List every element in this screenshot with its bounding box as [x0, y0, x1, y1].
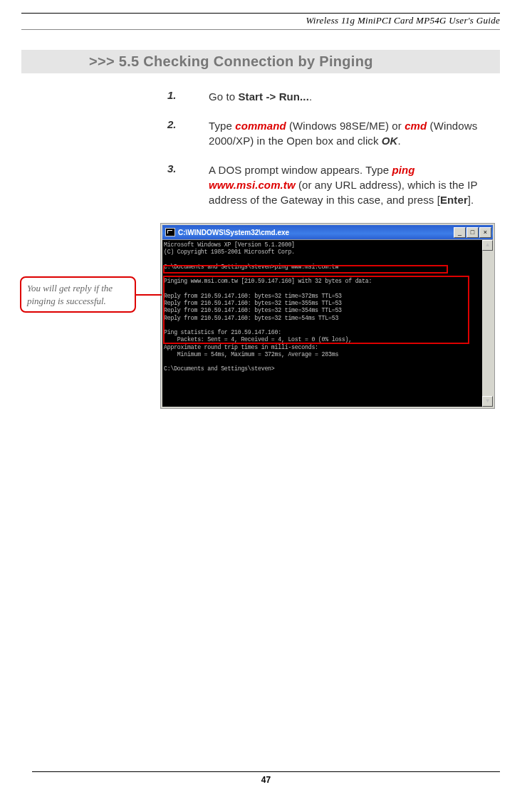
guide-title: Wireless 11g MiniPCI Card MP54G User's G…	[21, 15, 500, 30]
step-body-3: A DOS prompt window appears. Type ping w…	[209, 162, 500, 207]
titlebar-left: C:\WINDOWS\System32\cmd.exe	[165, 228, 289, 236]
cmd-titlebar: C:\WINDOWS\System32\cmd.exe _ □ ×	[162, 225, 493, 239]
step-num-3: 3.	[167, 162, 209, 207]
screenshot-wrap: You will get reply if the pinging is suc…	[160, 223, 500, 409]
section-prefix: >>> 5.5	[21, 53, 140, 69]
step2-ok: OK	[382, 135, 398, 147]
step3-t3: ].	[468, 194, 474, 206]
cmd-system-icon	[165, 228, 175, 236]
step-body-1: Go to Start -> Run....	[209, 89, 500, 104]
step-2: 2. Type command (Windows 98SE/ME) or cmd…	[167, 118, 500, 148]
callout-connector	[136, 294, 162, 296]
step2-red1: command	[235, 120, 286, 132]
step-body-2: Type command (Windows 98SE/ME) or cmd (W…	[209, 118, 500, 148]
section-heading: >>> 5.5 Checking Connection by Pinging	[21, 50, 500, 73]
steps-content: 1. Go to Start -> Run.... 2. Type comman…	[167, 89, 500, 207]
step3-t1: A DOS prompt window appears. Type	[209, 164, 392, 176]
step-3: 3. A DOS prompt window appears. Type pin…	[167, 162, 500, 207]
callout-box: You will get reply if the pinging is suc…	[20, 276, 136, 313]
scroll-up-icon[interactable]: ▲	[482, 240, 493, 251]
cmd-output-text: Microsoft Windows XP [Version 5.1.2600] …	[164, 241, 481, 405]
close-button[interactable]: ×	[479, 227, 491, 238]
step-num-2: 2.	[167, 118, 209, 148]
step1-text2: .	[309, 90, 312, 103]
footer: 47	[32, 771, 500, 785]
step2-t1: Type	[209, 120, 235, 132]
page-number: 47	[32, 775, 500, 785]
maximize-button[interactable]: □	[466, 227, 479, 238]
step2-red2: cmd	[405, 120, 427, 132]
step2-t4: .	[398, 135, 401, 147]
minimize-button[interactable]: _	[454, 227, 466, 238]
cmd-window: C:\WINDOWS\System32\cmd.exe _ □ × Micros…	[160, 223, 495, 409]
step2-t2: (Windows 98SE/ME) or	[286, 120, 405, 132]
step-num-1: 1.	[167, 89, 209, 104]
step1-text1: Go to	[209, 90, 238, 103]
cmd-scrollbar[interactable]: ▲ ▼	[482, 240, 493, 407]
step3-enter: Enter	[440, 194, 468, 206]
footer-rule	[32, 771, 500, 772]
header-rule-top	[21, 13, 500, 14]
step-1: 1. Go to Start -> Run....	[167, 89, 500, 104]
titlebar-buttons: _ □ ×	[454, 227, 491, 238]
scroll-down-icon[interactable]: ▼	[482, 396, 493, 407]
callout-text: You will get reply if the pinging is suc…	[27, 283, 113, 306]
step1-bold: Start -> Run...	[238, 90, 308, 103]
section-title-text: Checking Connection by Pinging	[143, 53, 372, 69]
cmd-body: Microsoft Windows XP [Version 5.1.2600] …	[162, 239, 493, 407]
cmd-title-text: C:\WINDOWS\System32\cmd.exe	[178, 229, 289, 236]
